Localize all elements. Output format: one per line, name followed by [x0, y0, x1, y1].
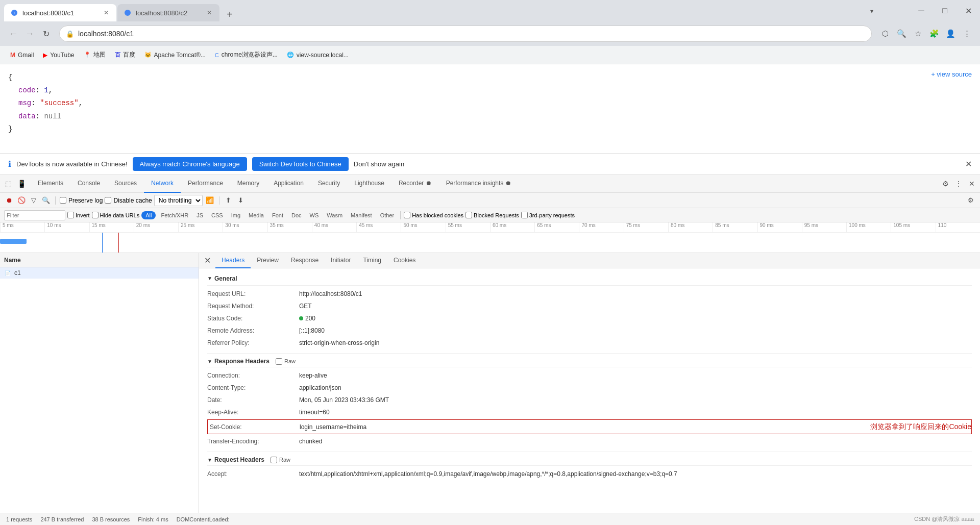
timeline-tick-30ms: 30 ms [223, 222, 267, 232]
tab-performance[interactable]: Performance [181, 175, 230, 193]
devtools-match-language-button[interactable]: Always match Chrome's language [133, 157, 247, 171]
filter-toggle-button[interactable]: ▽ [29, 195, 39, 206]
tab-2[interactable]: localhost:8080/c2 ✕ [117, 4, 219, 21]
hide-data-urls-checkbox[interactable]: Hide data URLs [92, 212, 140, 218]
tab-2-favicon [124, 9, 132, 17]
response-headers-section-header[interactable]: ▼ Response Headers Raw [207, 353, 972, 367]
view-source-link[interactable]: + view source [931, 70, 972, 78]
bookmark-chrome-settings[interactable]: C chrome浏览器设声... [211, 48, 282, 61]
maximize-button[interactable]: □ [933, 3, 957, 19]
invert-checkbox[interactable]: Invert [67, 212, 90, 218]
timeline-tick-75ms: 75 ms [624, 222, 668, 232]
devtools-dont-show-button[interactable]: Don't show again [354, 160, 404, 168]
tab-console[interactable]: Console [70, 175, 107, 193]
minimize-button[interactable]: ─ [910, 3, 933, 19]
tab-security[interactable]: Security [311, 175, 347, 193]
tab-1[interactable]: l localhost:8080/c1 ✕ [4, 4, 116, 21]
filter-chip-wasm[interactable]: Wasm [324, 211, 346, 219]
tab-overflow-button[interactable]: ▾ [866, 5, 878, 17]
cast-button[interactable]: ⬡ [878, 27, 892, 41]
timeline-dom-line [102, 233, 103, 253]
filter-chip-other[interactable]: Other [377, 211, 398, 219]
timeline-tick-25ms: 25 ms [178, 222, 223, 232]
forward-button[interactable]: → [22, 27, 37, 41]
tab-application[interactable]: Application [266, 175, 311, 193]
bookmark-button[interactable]: ☆ [911, 27, 925, 41]
filter-chip-js[interactable]: JS [193, 211, 206, 219]
tab-2-close[interactable]: ✕ [205, 9, 213, 17]
import-button[interactable]: ⬆ [224, 195, 234, 206]
address-bar[interactable]: 🔒 localhost:8080/c1 [59, 26, 872, 42]
file-row-c1[interactable]: 📄 c1 [0, 267, 199, 279]
tab-elements[interactable]: Elements [31, 175, 70, 193]
search-button[interactable]: 🔍 [894, 27, 909, 41]
filter-chip-all[interactable]: All [141, 211, 156, 219]
response-headers-raw-checkbox[interactable]: Raw [276, 358, 296, 365]
filter-chip-manifest[interactable]: Manifest [348, 211, 375, 219]
record-button[interactable]: ⏺ [4, 195, 14, 206]
bookmark-view-source-icon: 🌐 [287, 52, 294, 58]
filter-chip-xhr[interactable]: Fetch/XHR [158, 211, 191, 219]
general-section-header[interactable]: ▼ General [207, 271, 972, 286]
network-settings-icon[interactable]: ⚙ [966, 195, 976, 206]
tab-sources[interactable]: Sources [107, 175, 144, 193]
filter-input[interactable] [4, 210, 65, 220]
close-button[interactable]: ✕ [957, 3, 980, 19]
status-requests: 1 requests [6, 516, 32, 522]
details-tab-timing[interactable]: Timing [357, 253, 387, 268]
filter-chip-ws[interactable]: WS [307, 211, 322, 219]
filter-chip-doc[interactable]: Doc [288, 211, 305, 219]
extensions-button[interactable]: 🧩 [927, 27, 941, 41]
tab-lighthouse[interactable]: Lighthouse [347, 175, 391, 193]
details-tab-initiator[interactable]: Initiator [325, 253, 357, 268]
tab-memory[interactable]: Memory [230, 175, 266, 193]
devtools-more-icon[interactable]: ⋮ [952, 178, 965, 190]
devtools-settings-icon[interactable]: ⚙ [939, 178, 951, 190]
profile-button[interactable]: 👤 [943, 27, 958, 41]
request-headers-section-header[interactable]: ▼ Request Headers Raw [207, 452, 972, 466]
disable-cache-checkbox[interactable]: Disable cache [105, 197, 152, 204]
devtools-close-icon[interactable]: ✕ [966, 178, 978, 190]
search-button-network[interactable]: 🔍 [41, 195, 51, 206]
devtools-notify-close[interactable]: ✕ [965, 159, 972, 169]
preserve-log-checkbox[interactable]: Preserve log [60, 197, 103, 204]
filter-chip-css[interactable]: CSS [208, 211, 226, 219]
new-tab-button[interactable]: + [223, 7, 237, 21]
devtools-switch-chinese-button[interactable]: Switch DevTools to Chinese [252, 157, 349, 171]
details-tab-preview[interactable]: Preview [251, 253, 285, 268]
back-button[interactable]: ← [6, 27, 20, 41]
export-button[interactable]: ⬇ [236, 195, 246, 206]
filter-chip-font[interactable]: Font [269, 211, 286, 219]
clear-button[interactable]: 🚫 [16, 195, 27, 206]
throttling-select[interactable]: No throttling [154, 195, 203, 206]
tab-performance-insights[interactable]: Performance insights ⏺ [439, 175, 519, 193]
online-icon[interactable]: 📶 [205, 195, 215, 206]
tab-recorder[interactable]: Recorder ⏺ [391, 175, 439, 193]
bookmark-tomcat[interactable]: 🐱 Apache Tomcat®... [140, 49, 210, 61]
bookmark-youtube-icon: ▶ [43, 52, 47, 59]
bookmark-youtube[interactable]: ▶ YouTube [39, 49, 78, 61]
menu-button[interactable]: ⋮ [960, 27, 974, 41]
request-headers-raw-checkbox[interactable]: Raw [271, 457, 290, 463]
third-party-checkbox[interactable]: 3rd-party requests [521, 212, 575, 218]
details-close-button[interactable]: ✕ [201, 255, 213, 267]
blocked-requests-checkbox[interactable]: Blocked Requests [465, 212, 519, 218]
filter-chip-media[interactable]: Media [246, 211, 267, 219]
timeline-tick-10ms: 10 ms [44, 222, 89, 232]
filter-chip-img[interactable]: Img [228, 211, 243, 219]
bookmark-baidu[interactable]: 百 百度 [111, 48, 139, 61]
bookmark-view-source[interactable]: 🌐 view-source:local... [283, 49, 353, 61]
devtools-device-icon[interactable]: 📱 [15, 178, 28, 190]
has-blocked-cookies-checkbox[interactable]: Has blocked cookies [404, 212, 463, 218]
reload-button[interactable]: ↻ [39, 27, 53, 41]
tab-1-close[interactable]: ✕ [102, 9, 110, 17]
bookmark-gmail[interactable]: M Gmail [6, 49, 38, 61]
tab-network[interactable]: Network [144, 175, 181, 193]
details-tab-cookies[interactable]: Cookies [387, 253, 422, 268]
timeline-tick-55ms: 55 ms [446, 222, 490, 232]
details-tab-headers[interactable]: Headers [215, 253, 251, 268]
devtools-inspect-icon[interactable]: ⬚ [2, 178, 14, 190]
header-transfer-encoding: Transfer-Encoding: chunked [207, 435, 972, 447]
bookmark-maps[interactable]: 📍 地图 [80, 48, 110, 61]
details-tab-response[interactable]: Response [285, 253, 325, 268]
